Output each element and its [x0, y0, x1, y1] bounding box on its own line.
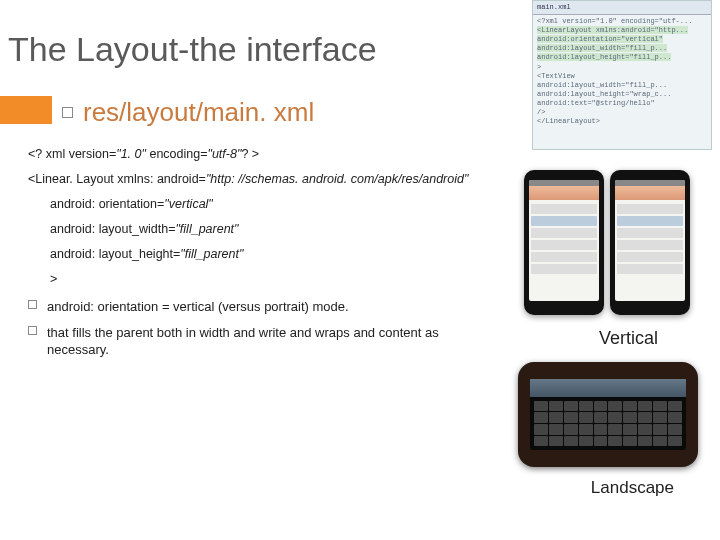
thumb-line: </LinearLayout> — [537, 117, 707, 126]
phone-screen — [615, 180, 685, 301]
phone-screen — [530, 379, 686, 450]
code-text: "1. 0" — [116, 147, 146, 161]
accent-bar — [0, 96, 52, 124]
landscape-phone-image — [518, 362, 698, 467]
thumb-line-hl: android:layout_width="fill_p... — [537, 44, 667, 52]
phone-mockup — [524, 170, 604, 315]
code-text: "fill_parent" — [180, 247, 243, 261]
bullet-icon — [28, 326, 37, 335]
landscape-label: Landscape — [591, 478, 674, 498]
thumb-line-hl: android:layout_height="fill_p... — [537, 53, 671, 61]
thumb-line: /> — [537, 108, 707, 117]
code-text: <? xml version= — [28, 147, 116, 161]
code-text: <Linear. Layout xmlns: android= — [28, 172, 206, 186]
code-text: android: layout_width= — [50, 222, 175, 236]
thumb-line: > — [537, 63, 707, 72]
thumb-line: android:layout_width="fill_p... — [537, 44, 707, 53]
thumb-line: <?xml version="1.0" encoding="utf-... — [537, 17, 707, 26]
phone-screen — [529, 180, 599, 301]
bullet-icon — [28, 300, 37, 309]
thumb-line: <LinearLayout xmlns:android="http... — [537, 26, 707, 35]
thumb-line-hl: android:orientation="vertical" — [537, 35, 663, 43]
annotation-text: that fills the parent both in width and … — [47, 324, 467, 359]
vertical-label: Vertical — [599, 328, 658, 349]
code-text: ? > — [241, 147, 259, 161]
thumb-line-hl: <LinearLayout xmlns:android="http... — [537, 26, 688, 34]
editor-tab: main.xml — [533, 1, 711, 15]
code-text: "vertical" — [164, 197, 212, 211]
code-text: "utf-8" — [207, 147, 241, 161]
code-text: "fill_parent" — [175, 222, 238, 236]
thumb-line: android:orientation="vertical" — [537, 35, 707, 44]
vertical-phone-image — [512, 170, 702, 320]
thumb-line: <TextView — [537, 72, 707, 81]
thumb-line: android:layout_height="wrap_c... — [537, 90, 707, 99]
code-editor-thumbnail: main.xml <?xml version="1.0" encoding="u… — [532, 0, 712, 150]
bullet-icon — [62, 107, 73, 118]
phone-mockup — [610, 170, 690, 315]
thumb-line: android:text="@string/hello" — [537, 99, 707, 108]
code-text: android: layout_height= — [50, 247, 180, 261]
annotation-text: android: orientation = vertical (versus … — [47, 298, 349, 316]
thumb-line: android:layout_width="fill_p... — [537, 81, 707, 90]
code-text: "http: //schemas. android. com/apk/res/a… — [206, 172, 468, 186]
code-text: encoding= — [146, 147, 208, 161]
thumb-line: android:layout_height="fill_p... — [537, 53, 707, 62]
subheader: res/layout/main. xml — [83, 97, 314, 128]
code-text: android: orientation= — [50, 197, 164, 211]
